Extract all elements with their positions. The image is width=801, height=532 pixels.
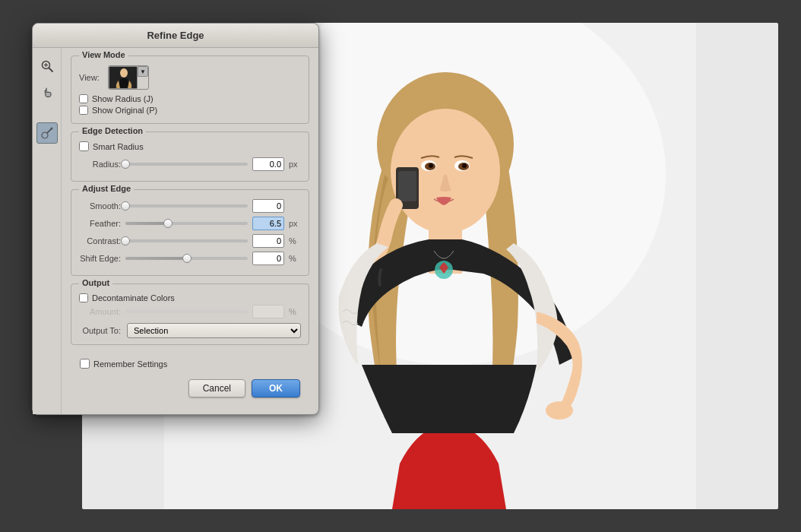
dialog-buttons: Cancel OK [71, 375, 309, 407]
smart-radius-row: Smart Radius [79, 141, 301, 151]
view-dropdown-arrow[interactable]: ▼ [138, 66, 148, 77]
view-row: View: [79, 65, 301, 90]
show-radius-row: Show Radius (J) [79, 94, 301, 103]
contrast-label: Contrast: [79, 236, 121, 245]
decontaminate-label: Decontaminate Colors [92, 293, 175, 302]
contrast-value-input[interactable]: 0 [252, 234, 284, 248]
radius-label: Radius: [79, 160, 121, 169]
svg-point-24 [120, 68, 128, 78]
svg-line-16 [49, 68, 52, 72]
dialog-title: Refine Edge [147, 30, 204, 41]
decontaminate-checkbox[interactable] [79, 293, 88, 302]
smooth-label: Smooth: [79, 201, 121, 211]
feather-label: Feather: [79, 219, 121, 228]
feather-value-input[interactable]: 6.5 [252, 217, 284, 230]
decontaminate-row: Decontaminate Colors [79, 293, 301, 302]
output-to-row: Output To: Selection Layer Mask New Laye… [79, 323, 301, 338]
main-panel: View Mode View: [62, 48, 318, 414]
feather-slider-track[interactable] [125, 222, 248, 225]
zoom-icon [40, 59, 54, 73]
radius-slider-row: Radius: 0.0 px [79, 157, 301, 171]
adjust-edge-section: Adjust Edge Smooth: 0 [71, 189, 309, 276]
smooth-slider-track[interactable] [125, 204, 248, 207]
view-mode-section: View Mode View: [71, 55, 309, 124]
edge-brush-icon [40, 126, 54, 140]
edge-detect-tool-button[interactable] [36, 122, 58, 144]
show-original-label: Show Original (P) [92, 106, 157, 115]
show-radius-checkbox[interactable] [79, 94, 88, 103]
cancel-button[interactable]: Cancel [188, 379, 245, 397]
svg-point-20 [42, 132, 48, 138]
view-combo[interactable]: ▼ [108, 65, 149, 90]
remember-settings-row: Remember Settings [71, 353, 309, 375]
contrast-unit: % [289, 236, 301, 245]
view-thumbnail [109, 66, 138, 89]
smart-radius-checkbox[interactable] [79, 141, 89, 151]
show-original-row: Show Original (P) [79, 106, 301, 115]
show-original-checkbox[interactable] [79, 106, 88, 115]
contrast-slider-track[interactable] [125, 239, 248, 242]
edge-detection-label: Edge Detection [79, 126, 146, 135]
ok-button[interactable]: OK [252, 379, 300, 397]
svg-point-9 [462, 163, 467, 168]
view-thumbnail-preview [109, 67, 138, 89]
radius-value-input[interactable]: 0.0 [252, 157, 284, 171]
shift-edge-slider-row: Shift Edge: 0 % [79, 252, 301, 265]
dialog-titlebar: Refine Edge [33, 24, 318, 48]
svg-point-14 [546, 401, 573, 420]
amount-unit: % [289, 307, 301, 316]
svg-point-8 [429, 163, 433, 168]
shift-edge-slider-track[interactable] [125, 257, 248, 260]
smart-radius-label: Smart Radius [93, 142, 144, 151]
smooth-slider-row: Smooth: 0 [79, 199, 301, 213]
feather-slider-row: Feather: 6.5 px [79, 217, 301, 230]
hand-icon [40, 85, 54, 99]
contrast-slider-row: Contrast: 0 % [79, 234, 301, 248]
amount-label: Amount: [79, 307, 121, 316]
shift-edge-unit: % [289, 254, 301, 263]
remember-settings-label: Remember Settings [93, 359, 167, 369]
edge-detection-section: Edge Detection Smart Radius Radius: 0. [71, 131, 309, 182]
hand-tool-button[interactable] [36, 81, 58, 103]
svg-rect-12 [398, 171, 416, 201]
output-section: Output Decontaminate Colors Amount: % [71, 283, 309, 345]
output-to-text-label: Output To: [79, 326, 121, 335]
remember-settings-checkbox[interactable] [80, 359, 90, 369]
amount-slider [125, 310, 248, 313]
view-text-label: View: [79, 73, 102, 82]
refine-edge-dialog: Refine Edge [32, 23, 319, 415]
zoom-tool-button[interactable] [36, 55, 58, 77]
shift-edge-label: Shift Edge: [79, 254, 121, 263]
adjust-edge-label: Adjust Edge [79, 184, 134, 193]
view-mode-label: View Mode [79, 50, 128, 59]
output-to-select[interactable]: Selection Layer Mask New Layer New Layer… [127, 323, 301, 338]
shift-edge-value-input[interactable]: 0 [252, 252, 284, 265]
show-radius-label: Show Radius (J) [92, 94, 154, 103]
radius-unit: px [289, 160, 301, 169]
left-toolbar [33, 48, 62, 414]
amount-row: Amount: % [79, 305, 301, 318]
svg-point-22 [50, 128, 52, 130]
radius-slider-track[interactable] [125, 163, 248, 166]
feather-unit: px [289, 219, 301, 228]
output-label: Output [79, 278, 112, 287]
smooth-value-input[interactable]: 0 [252, 199, 284, 213]
amount-value-input [252, 305, 284, 318]
